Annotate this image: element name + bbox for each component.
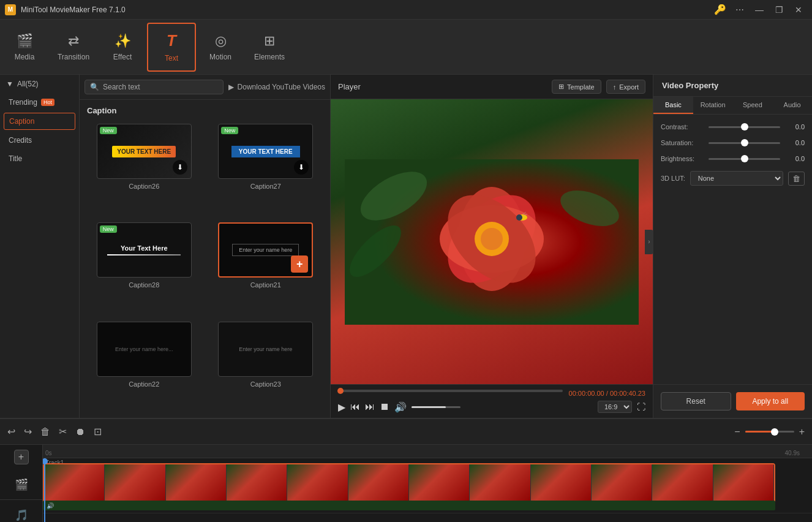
caption23-thumb[interactable]: Enter your name here (218, 322, 313, 377)
progress-handle[interactable] (337, 388, 344, 394)
settings-button[interactable]: ⋯ (731, 4, 748, 16)
minimize-button[interactable]: — (751, 4, 768, 16)
apply-to-all-button[interactable]: Apply to all (736, 392, 805, 410)
zoom-controls: − + (734, 426, 805, 437)
grid-item-caption21[interactable]: Enter your name here + Caption21 (209, 222, 323, 314)
sidebar-item-title[interactable]: Title (0, 149, 79, 168)
timeline-cursor[interactable] (44, 458, 45, 522)
window-controls: ⋯ — ❐ ✕ (731, 4, 807, 16)
add-track-button[interactable]: + (14, 450, 29, 464)
caption23-label: Caption23 (250, 380, 281, 388)
film-frame-12 (713, 464, 774, 506)
youtube-download-label: Download YouTube Videos (238, 83, 325, 91)
close-button[interactable]: ✕ (790, 4, 807, 16)
caption23-text: Enter your name here (236, 344, 295, 355)
grid-item-caption22[interactable]: Enter your name here... Caption22 (87, 322, 201, 413)
caption21-thumb[interactable]: Enter your name here + (218, 222, 313, 278)
bottom-area: ↩ ↪ 🗑 ✂ ⏺ ⊡ − + + 🎬 🎵 (0, 418, 812, 522)
progress-bar[interactable] (338, 390, 563, 392)
film-frame-6 (348, 464, 409, 506)
redo-button[interactable]: ↪ (24, 426, 32, 437)
player-panel: Player ⊞ Template ↑ Export (331, 75, 653, 418)
caption21-text: Enter your name here (232, 244, 299, 256)
download-btn-27[interactable]: ⬇ (294, 160, 309, 175)
media-icon: 🎬 (17, 33, 33, 49)
template-icon: ⊞ (558, 83, 564, 91)
caption26-text: YOUR TEXT HERE (112, 146, 176, 157)
tab-basic[interactable]: Basic (653, 97, 693, 114)
template-button[interactable]: ⊞ Template (552, 80, 601, 94)
stop-button[interactable]: ⏹ (380, 401, 389, 412)
play-button[interactable]: ▶ (338, 401, 345, 413)
restore-button[interactable]: ❐ (770, 4, 788, 16)
saturation-row: Saturation: 0.0 (661, 139, 805, 146)
brightness-slider[interactable] (709, 158, 780, 160)
caption22-thumb[interactable]: Enter your name here... (97, 322, 192, 377)
toolbar-motion[interactable]: ◎ Motion (196, 23, 245, 72)
sidebar-item-trending[interactable]: Trending Hot (0, 93, 79, 112)
youtube-icon: ▶ (228, 83, 234, 91)
tab-speed[interactable]: Speed (733, 97, 773, 114)
player-controls: 00:00:00.00 / 00:00:40.23 ▶ ⏮ ⏭ ⏹ 🔊 16:9… (331, 384, 653, 418)
toolbar-media[interactable]: 🎬 Media (0, 23, 49, 72)
toolbar-motion-label: Motion (209, 53, 231, 61)
sidebar-header[interactable]: ▼ All(52) (0, 75, 79, 93)
tab-rotation[interactable]: Rotation (693, 97, 733, 114)
saturation-slider[interactable] (709, 142, 780, 144)
crop-button[interactable]: ⊡ (94, 426, 102, 437)
volume-button[interactable]: 🔊 (394, 401, 407, 413)
export-icon: ↑ (613, 83, 617, 91)
toolbar-elements[interactable]: ⊞ Elements (245, 23, 294, 72)
contrast-thumb (741, 123, 748, 130)
tab-audio[interactable]: Audio (772, 97, 812, 114)
delete-button[interactable]: 🗑 (40, 426, 50, 437)
grid-item-caption26[interactable]: New YOUR TEXT HERE ⬇ Caption26 (87, 124, 201, 215)
transition-icon: ⇄ (68, 33, 79, 49)
sidebar-item-credits[interactable]: Credits (0, 131, 79, 149)
film-frame-1 (44, 464, 105, 506)
toolbar-effect[interactable]: ✨ Effect (98, 23, 147, 72)
cut-button[interactable]: ✂ (59, 426, 67, 437)
toolbar-transition[interactable]: ⇄ Transition (49, 23, 98, 72)
zoom-out-button[interactable]: − (734, 426, 740, 437)
export-button[interactable]: ↑ Export (606, 80, 645, 94)
all-count-label: All(52) (17, 80, 39, 88)
sidebar-item-caption[interactable]: Caption (4, 113, 75, 130)
next-button[interactable]: ⏭ (365, 401, 375, 412)
contrast-slider[interactable] (709, 126, 780, 128)
tracks-area: Track1 (43, 458, 812, 522)
undo-button[interactable]: ↩ (7, 426, 15, 437)
fullscreen-button[interactable]: ⛶ (637, 402, 645, 412)
reset-button[interactable]: Reset (661, 392, 731, 410)
collapse-icon: ▼ (6, 80, 13, 88)
toolbar-text[interactable]: T Text (147, 23, 196, 72)
player-actions: ⊞ Template ↑ Export (552, 80, 645, 94)
zoom-slider[interactable] (745, 431, 794, 433)
youtube-download-btn[interactable]: ▶ Download YouTube Videos (228, 83, 325, 91)
prev-button[interactable]: ⏮ (350, 401, 360, 412)
add-btn-21[interactable]: + (291, 255, 308, 273)
aspect-ratio-select[interactable]: 16:9 (598, 401, 632, 413)
record-button[interactable]: ⏺ (75, 426, 85, 437)
search-icon: 🔍 (90, 83, 99, 91)
search-box[interactable]: 🔍 Search text (85, 80, 224, 94)
zoom-fill (745, 431, 775, 433)
trending-label: Trending (9, 98, 37, 107)
download-btn-26[interactable]: ⬇ (173, 160, 187, 175)
lut-select[interactable]: None (690, 171, 783, 186)
credits-label: Credits (9, 136, 32, 145)
saturation-label: Saturation: (661, 139, 704, 146)
video-track-row: Track1 (43, 458, 812, 513)
caption27-thumb[interactable]: New YOUR TEXT HERE ⬇ (218, 124, 313, 179)
grid-item-caption23[interactable]: Enter your name here Caption23 (209, 322, 323, 413)
collapse-handle[interactable]: › (645, 230, 653, 254)
caption28-thumb[interactable]: New Your Text Here (97, 222, 192, 278)
caption26-thumb[interactable]: New YOUR TEXT HERE ⬇ (97, 124, 192, 179)
zoom-in-button[interactable]: + (799, 426, 805, 437)
caption28-text: Your Text Here (121, 244, 168, 252)
grid-item-caption28[interactable]: New Your Text Here Caption28 (87, 222, 201, 314)
volume-slider[interactable] (412, 406, 461, 408)
lut-delete-button[interactable]: 🗑 (788, 172, 805, 186)
grid-item-caption27[interactable]: New YOUR TEXT HERE ⬇ Caption27 (209, 124, 323, 215)
saturation-thumb (741, 139, 748, 146)
